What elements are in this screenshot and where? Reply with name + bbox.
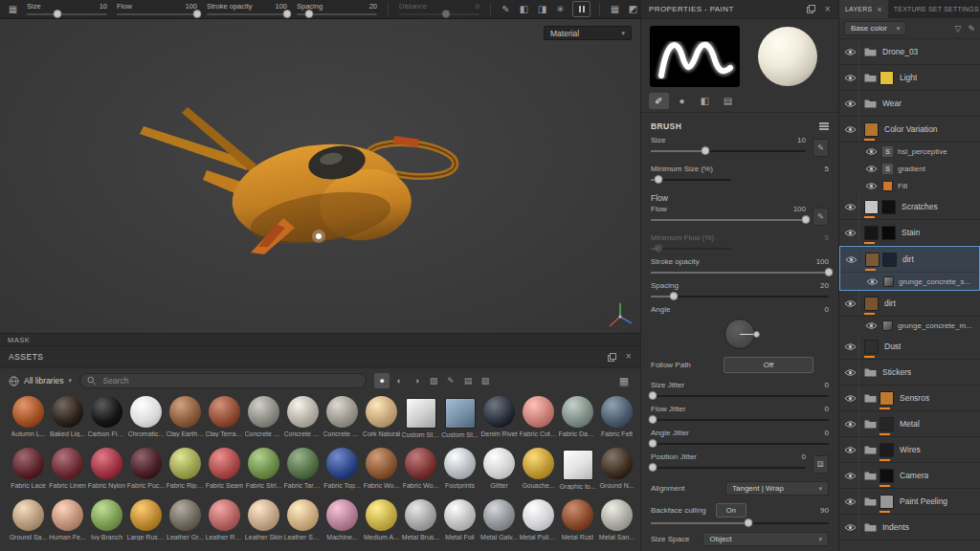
layer-visibility-toggle[interactable]: [844, 389, 857, 407]
stroke-preview[interactable]: [650, 26, 740, 87]
layer-visibility-toggle[interactable]: [866, 277, 879, 286]
randomize-icon[interactable]: ⚄: [813, 455, 829, 474]
layer-row-camera[interactable]: Camera: [839, 463, 980, 489]
layer-visibility-toggle[interactable]: [844, 121, 857, 138]
grid-view-icon[interactable]: ▦: [616, 373, 632, 388]
asset-item-clay-terrac[interactable]: Clay Terrac...: [205, 396, 244, 448]
tab-texture-set-settings[interactable]: TEXTURE SET SETTINGS: [888, 0, 980, 18]
slider-handle[interactable]: [441, 10, 450, 18]
slider-track[interactable]: [651, 150, 806, 152]
slider-handle[interactable]: [53, 10, 61, 18]
asset-item-fabric-lace[interactable]: Fabric Lace: [9, 448, 48, 499]
asset-item-metal-foil[interactable]: Metal Foil: [440, 499, 479, 551]
asset-item-concrete-c[interactable]: Concrete C...: [283, 396, 323, 448]
layer-row-fill[interactable]: Fill: [839, 177, 980, 194]
toolbar-slider-stroke-opacity[interactable]: Stroke opacity100: [207, 3, 287, 15]
layer-row-wires[interactable]: Wires: [839, 437, 980, 463]
layer-row-dirt[interactable]: dirt: [840, 247, 979, 273]
layer-visibility-toggle[interactable]: [865, 147, 878, 156]
filter-layers-icon[interactable]: ▽: [955, 24, 962, 33]
filter-materials-icon[interactable]: ●: [374, 373, 390, 388]
slider-track[interactable]: [117, 13, 197, 15]
filter-smart-materials-icon[interactable]: ◐: [391, 373, 407, 388]
popout-panel-icon[interactable]: [608, 353, 616, 362]
slider-handle[interactable]: [825, 268, 834, 276]
layer-visibility-toggle[interactable]: [865, 182, 878, 190]
slider-track[interactable]: [651, 179, 731, 181]
asset-item-concrete-c[interactable]: Concrete C...: [323, 396, 362, 448]
layer-visibility-toggle[interactable]: [844, 441, 857, 458]
layer-visibility-toggle[interactable]: [844, 224, 857, 241]
asset-item-fabric-puc[interactable]: Fabric Puc...: [126, 448, 166, 499]
paint-settings-icon[interactable]: ✎: [968, 24, 975, 33]
tab-layers[interactable]: LAYERS ×: [839, 0, 888, 18]
layer-row-dirt[interactable]: dirt: [839, 291, 980, 317]
asset-item-carbon-fiber[interactable]: Carbon Fiber: [87, 396, 126, 448]
layer-row-metal[interactable]: Metal: [839, 411, 980, 437]
slider-handle[interactable]: [305, 10, 314, 18]
search-input[interactable]: [100, 375, 359, 386]
layer-row-hsl-perceptive[interactable]: Shsl_perceptive: [839, 143, 980, 160]
slider-handle[interactable]: [655, 175, 663, 184]
slider-handle[interactable]: [648, 391, 657, 400]
library-dropdown[interactable]: All libraries ▾: [9, 376, 72, 386]
slider-track[interactable]: [651, 443, 829, 445]
slider-track[interactable]: [651, 395, 829, 397]
layer-row-paint-peeling[interactable]: Paint Peeling: [839, 489, 980, 515]
slider-handle[interactable]: [193, 10, 202, 18]
slider-track[interactable]: [399, 13, 479, 15]
slider-handle[interactable]: [648, 439, 657, 448]
slider-track[interactable]: [651, 467, 806, 469]
asset-item-custom-st[interactable]: Custom St...: [440, 396, 479, 448]
asset-item-denim-rivet[interactable]: Denim Rivet: [479, 396, 519, 448]
toolbar-slider-spacing[interactable]: Spacing20: [297, 3, 377, 15]
layer-visibility-toggle[interactable]: [844, 467, 857, 484]
asset-item-graphic-to[interactable]: Graphic to...: [558, 448, 597, 499]
mirror-y-icon[interactable]: ◨: [534, 2, 550, 17]
asset-item-baked-lig[interactable]: Baked Lig...: [48, 396, 87, 448]
layer-row-drone-03[interactable]: Drone_03: [839, 39, 980, 65]
toolbar-slider-flow[interactable]: Flow100: [117, 3, 197, 15]
material-preview[interactable]: [749, 26, 826, 87]
slider-track[interactable]: [651, 248, 731, 250]
toolbar-slider-size[interactable]: Size10: [27, 3, 107, 15]
layer-row-dust[interactable]: Dust: [839, 334, 980, 360]
filter-filters-icon[interactable]: ▧: [426, 373, 441, 388]
slider-track[interactable]: [651, 419, 829, 421]
asset-item-leather-su[interactable]: Leather Su...: [283, 499, 323, 551]
asset-item-fabric-wo[interactable]: Fabric Wo...: [401, 448, 440, 499]
asset-item-fabric-seam[interactable]: Fabric Seam: [205, 448, 244, 499]
angle-dial-knob[interactable]: [753, 331, 760, 338]
asset-item-fabric-tarp[interactable]: Fabric Tarp...: [283, 448, 323, 499]
follow-path-toggle[interactable]: Off: [724, 357, 813, 373]
layer-visibility-toggle[interactable]: [844, 338, 857, 355]
layer-row-stain[interactable]: Stain: [839, 220, 980, 246]
asset-item-large-rust[interactable]: Large Rust...: [126, 499, 166, 551]
asset-item-cork-natural[interactable]: Cork Natural: [362, 396, 401, 448]
asset-item-metal-san[interactable]: Metal San...: [597, 499, 636, 551]
alignment-dropdown[interactable]: Tangent | Wrap▾: [725, 481, 829, 496]
angle-dial-face[interactable]: [724, 319, 755, 349]
asset-item-fabric-top[interactable]: Fabric Top...: [323, 448, 362, 499]
asset-item-gouache[interactable]: Gouache...: [519, 448, 558, 499]
close-icon[interactable]: ×: [626, 352, 632, 362]
asset-item-fabric-cott[interactable]: Fabric Cott...: [519, 396, 558, 448]
material-tab-icon[interactable]: ▤: [718, 93, 738, 109]
slider-handle[interactable]: [655, 244, 663, 253]
slider-track[interactable]: [651, 219, 806, 221]
asset-item-metal-brus[interactable]: Metal Brus...: [401, 499, 440, 551]
slider-handle[interactable]: [802, 215, 811, 224]
layer-visibility-toggle[interactable]: [865, 321, 878, 330]
asset-item-concrete-a[interactable]: Concrete A...: [244, 396, 283, 448]
pressure-sensitivity-icon[interactable]: ✎: [813, 139, 829, 157]
layer-row-light[interactable]: Light: [839, 65, 980, 91]
channel-dropdown[interactable]: Base color ▾: [844, 21, 906, 35]
layer-row-indents[interactable]: Indents: [839, 515, 980, 540]
stencil-tab-icon[interactable]: ◧: [695, 93, 715, 109]
asset-item-fabric-dan[interactable]: Fabric Dan...: [558, 396, 597, 448]
layer-visibility-toggle[interactable]: [844, 198, 857, 215]
slider-track[interactable]: [207, 13, 287, 15]
asset-item-chromatic[interactable]: Chromatic...: [126, 396, 166, 448]
asset-item-metal-polis[interactable]: Metal Polis...: [519, 499, 558, 551]
popout-panel-icon[interactable]: [807, 5, 815, 13]
